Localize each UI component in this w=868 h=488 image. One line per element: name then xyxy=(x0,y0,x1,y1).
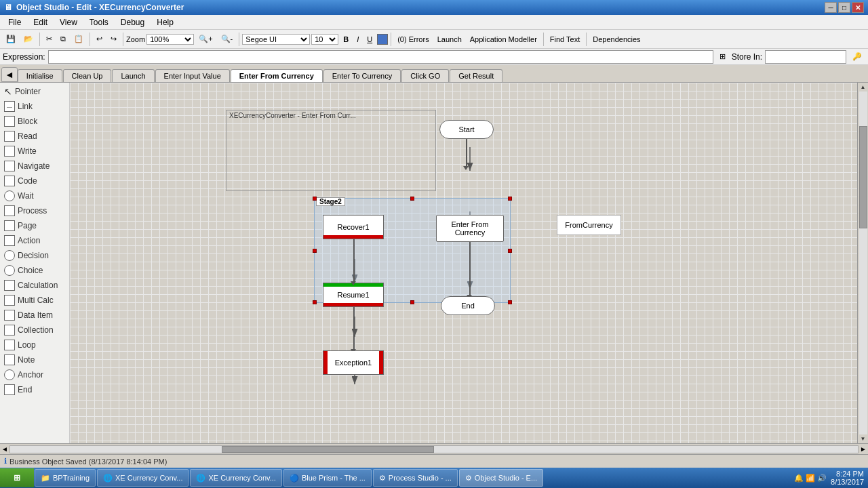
sidebar-item-note[interactable]: Note xyxy=(0,352,69,367)
scroll-up-button[interactable]: ▲ xyxy=(861,84,866,90)
paste-button[interactable]: 📋 xyxy=(71,33,87,45)
scroll-down-button[interactable]: ▼ xyxy=(861,436,866,442)
sidebar-item-choice[interactable]: Choice xyxy=(0,263,69,278)
menu-tools[interactable]: Tools xyxy=(84,16,114,28)
font-size-select[interactable]: 10 12 xyxy=(311,34,338,45)
tab-initialise[interactable]: Initialise xyxy=(18,69,62,82)
vertical-scrollbar[interactable]: ▲ ▼ xyxy=(857,83,868,443)
store-in-input[interactable] xyxy=(765,50,846,64)
exception1-node[interactable]: Exception1 xyxy=(323,350,384,375)
menu-help[interactable]: Help xyxy=(151,16,179,28)
sidebar-item-pointer[interactable]: ↖ Pointer xyxy=(0,84,69,99)
handle-tr xyxy=(508,197,512,201)
multi-calc-icon xyxy=(4,295,15,306)
expression-helper-button[interactable]: ⊞ xyxy=(716,50,729,63)
zoom-select[interactable]: 100% 75% 150% xyxy=(146,34,194,45)
sidebar-item-block[interactable]: Block xyxy=(0,114,69,129)
copy-button[interactable]: ⧉ xyxy=(57,33,69,45)
sidebar-item-loop[interactable]: Loop xyxy=(0,338,69,352)
taskbar-item-object-studio[interactable]: ⚙ Object Studio - E... xyxy=(459,469,543,487)
menu-file[interactable]: File xyxy=(3,16,26,28)
undo-button[interactable]: ↩ xyxy=(93,33,106,45)
close-button[interactable]: ✕ xyxy=(852,2,864,13)
sidebar-item-calculation[interactable]: Calculation xyxy=(0,278,69,293)
scroll-thumb-v[interactable] xyxy=(859,126,867,229)
app-modeller-button[interactable]: Application Modeller xyxy=(467,33,540,45)
sidebar-item-navigate[interactable]: Navigate xyxy=(0,159,69,174)
recover1-node[interactable]: Recover1 xyxy=(323,215,384,239)
find-text-button[interactable]: Find Text xyxy=(547,33,583,45)
h-scroll-track[interactable] xyxy=(9,445,859,453)
decision-icon xyxy=(4,250,15,261)
sidebar-item-code[interactable]: Code xyxy=(0,174,69,188)
color-picker[interactable] xyxy=(377,34,388,45)
from-currency-node[interactable]: FromCurrency xyxy=(557,215,621,235)
sidebar-item-multi-calc[interactable]: Multi Calc xyxy=(0,293,69,308)
end-node[interactable]: End xyxy=(441,296,495,315)
sidebar-item-read[interactable]: Read xyxy=(0,129,69,144)
arrow-resume-exception xyxy=(353,307,355,350)
taskbar-item-xe2[interactable]: 🌐 XE Currency Conv... xyxy=(190,469,281,487)
sidebar-item-anchor[interactable]: Anchor xyxy=(0,367,69,382)
block-icon xyxy=(4,116,15,127)
save-button[interactable]: 💾 xyxy=(3,33,19,45)
h-scroll-thumb[interactable] xyxy=(222,446,434,453)
open-button[interactable]: 📂 xyxy=(20,33,37,45)
taskbar-item-blueprism[interactable]: 🔵 Blue Prism - The ... xyxy=(283,469,372,487)
minimize-button[interactable]: ─ xyxy=(825,2,837,13)
sidebar-item-collection[interactable]: Collection xyxy=(0,323,69,338)
tab-get-result[interactable]: Get Result xyxy=(450,69,502,82)
tab-enter-input-value[interactable]: Enter Input Value xyxy=(155,69,230,82)
bold-button[interactable]: B xyxy=(340,33,352,45)
tab-enter-to-currency[interactable]: Enter To Currency xyxy=(323,69,401,82)
enter-from-currency-node[interactable]: Enter From Currency xyxy=(436,215,504,242)
sidebar-label-anchor: Anchor xyxy=(18,370,43,380)
scroll-track-v[interactable] xyxy=(859,92,867,434)
maximize-button[interactable]: □ xyxy=(838,2,850,13)
resume1-node[interactable]: Resume1 xyxy=(323,283,384,307)
tab-click-go[interactable]: Click GO xyxy=(401,69,449,82)
taskbar-item-process-studio[interactable]: ⚙ Process Studio - ... xyxy=(373,469,458,487)
tab-enter-from-currency[interactable]: Enter From Currency xyxy=(231,69,323,82)
taskbar-item-xe1[interactable]: 🌐 XE Currency Conv... xyxy=(97,469,189,487)
navigate-icon xyxy=(4,161,15,171)
zoom-out-button[interactable]: 🔍- xyxy=(218,33,237,45)
cut-button[interactable]: ✂ xyxy=(43,33,56,45)
underline-button[interactable]: U xyxy=(363,33,376,45)
tab-launch[interactable]: Launch xyxy=(112,69,154,82)
menu-debug[interactable]: Debug xyxy=(115,16,150,28)
taskbar-item-bptraining[interactable]: 📁 BPTraining xyxy=(35,469,96,487)
zoom-in-button[interactable]: 🔍+ xyxy=(195,33,216,45)
tab-cleanup[interactable]: Clean Up xyxy=(63,69,112,82)
tab-scroll-button[interactable]: ◄ xyxy=(1,67,18,82)
dependencies-button[interactable]: Dependencies xyxy=(589,33,644,45)
status-message: Business Object Saved (8/13/2017 8:14:04… xyxy=(9,458,167,466)
start-button[interactable]: ⊞ xyxy=(0,468,34,487)
font-select[interactable]: Segoe UI xyxy=(242,34,310,45)
sidebar-label-wait: Wait xyxy=(18,191,34,201)
launch-button[interactable]: Launch xyxy=(434,33,465,45)
sidebar-item-decision[interactable]: Decision xyxy=(0,248,69,263)
sidebar-item-wait[interactable]: Wait xyxy=(0,188,69,203)
italic-button[interactable]: I xyxy=(353,33,362,45)
recover-red-bar xyxy=(323,235,383,239)
sidebar-item-link[interactable]: — Link xyxy=(0,99,69,114)
store-in-helper-button[interactable]: 🔑 xyxy=(849,50,865,63)
sidebar-item-write[interactable]: Write xyxy=(0,144,69,159)
sidebar-item-end[interactable]: End xyxy=(0,382,69,397)
errors-button[interactable]: (0) Errors xyxy=(394,33,432,45)
canvas-area[interactable]: XECurrencyConverter - Enter From Curr...… xyxy=(70,83,857,443)
sidebar-label-write: Write xyxy=(18,146,37,156)
redo-button[interactable]: ↪ xyxy=(107,33,120,45)
sidebar-label-multi-calc: Multi Calc xyxy=(18,296,54,305)
sidebar-item-action[interactable]: Action xyxy=(0,233,69,248)
scroll-corner-left[interactable]: ◄ xyxy=(1,445,8,453)
start-node[interactable]: Start xyxy=(439,120,494,139)
menu-view[interactable]: View xyxy=(54,16,83,28)
menu-edit[interactable]: Edit xyxy=(28,16,53,28)
scroll-corner-right[interactable]: ► xyxy=(860,445,867,453)
expression-input[interactable] xyxy=(48,50,713,64)
sidebar-item-data-item[interactable]: Data Item xyxy=(0,308,69,323)
sidebar-item-process[interactable]: Process xyxy=(0,203,69,218)
sidebar-item-page[interactable]: Page xyxy=(0,218,69,233)
